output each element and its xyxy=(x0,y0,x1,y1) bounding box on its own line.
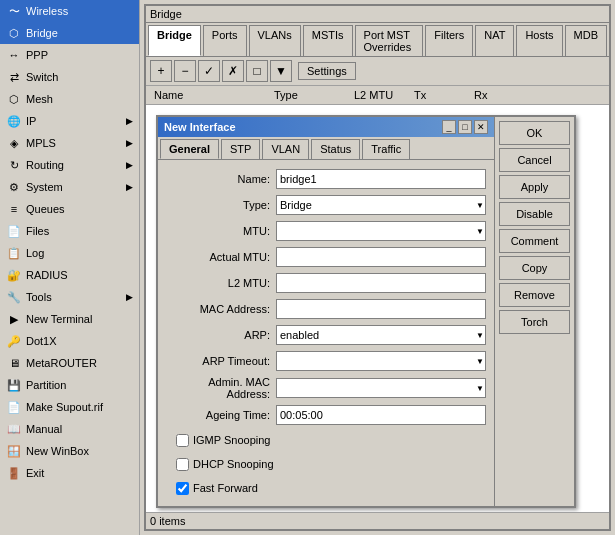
igmp-snooping-label: IGMP Snooping xyxy=(193,434,270,446)
sidebar-item-exit[interactable]: 🚪 Exit xyxy=(0,462,139,484)
arrow-icon: ▶ xyxy=(126,182,133,192)
copy-button[interactable]: □ xyxy=(246,60,268,82)
tab-port-mst[interactable]: Port MST Overrides xyxy=(355,25,424,56)
sidebar-item-dot1x[interactable]: 🔑 Dot1X xyxy=(0,330,139,352)
sidebar-item-metarouter[interactable]: 🖥 MetaROUTER xyxy=(0,352,139,374)
sidebar-item-bridge[interactable]: ⬡ Bridge xyxy=(0,22,139,44)
arp-timeout-select[interactable] xyxy=(276,351,486,371)
sidebar-item-queues[interactable]: ≡ Queues xyxy=(0,198,139,220)
bridge-tabs: Bridge Ports VLANs MSTIs Port MST Overri… xyxy=(146,23,609,57)
actual-mtu-display xyxy=(276,247,486,267)
sidebar-item-mpls[interactable]: ◈ MPLS ▶ xyxy=(0,132,139,154)
sidebar-item-label: Bridge xyxy=(26,27,58,39)
sidebar-item-label: Make Supout.rif xyxy=(26,401,103,413)
tab-ports[interactable]: Ports xyxy=(203,25,247,56)
filter-button[interactable]: ▼ xyxy=(270,60,292,82)
admin-mac-select[interactable] xyxy=(276,378,486,398)
mtu-select-wrap: ▼ xyxy=(276,221,486,241)
mtu-select[interactable] xyxy=(276,221,486,241)
sidebar-item-label: Routing xyxy=(26,159,64,171)
dhcp-snooping-checkbox[interactable] xyxy=(176,458,189,471)
mac-input[interactable] xyxy=(276,299,486,319)
mac-label: MAC Address: xyxy=(166,303,276,315)
dialog-minimize-button[interactable]: _ xyxy=(442,120,456,134)
cancel-button[interactable]: Cancel xyxy=(499,148,570,172)
sidebar-item-ppp[interactable]: ↔ PPP xyxy=(0,44,139,66)
sidebar-item-routing[interactable]: ↻ Routing ▶ xyxy=(0,154,139,176)
tab-bridge[interactable]: Bridge xyxy=(148,25,201,56)
metarouter-icon: 🖥 xyxy=(6,355,22,371)
sidebar-item-terminal[interactable]: ▶ New Terminal xyxy=(0,308,139,330)
tab-vlans[interactable]: VLANs xyxy=(249,25,301,56)
field-row-arp-timeout: ARP Timeout: ▼ xyxy=(166,350,486,372)
torch-button[interactable]: Torch xyxy=(499,310,570,334)
ageing-label: Ageing Time: xyxy=(166,409,276,421)
arp-select[interactable]: enabled disabled proxy-arp xyxy=(276,325,486,345)
sidebar-item-manual[interactable]: 📖 Manual xyxy=(0,418,139,440)
field-row-ageing: Ageing Time: xyxy=(166,404,486,426)
name-input[interactable] xyxy=(276,169,486,189)
fast-forward-label: Fast Forward xyxy=(193,482,258,494)
sidebar-item-winbox[interactable]: 🪟 New WinBox xyxy=(0,440,139,462)
field-row-arp: ARP: enabled disabled proxy-arp ▼ xyxy=(166,324,486,346)
disable-button[interactable]: Disable xyxy=(499,202,570,226)
disable-button[interactable]: ✗ xyxy=(222,60,244,82)
sidebar-item-label: Dot1X xyxy=(26,335,57,347)
sidebar-item-files[interactable]: 📄 Files xyxy=(0,220,139,242)
sidebar-item-partition[interactable]: 💾 Partition xyxy=(0,374,139,396)
queues-icon: ≡ xyxy=(6,201,22,217)
new-interface-dialog: New Interface _ □ ✕ General xyxy=(156,115,576,508)
sidebar-item-mesh[interactable]: ⬡ Mesh xyxy=(0,88,139,110)
type-select[interactable]: Bridge xyxy=(276,195,486,215)
ok-button[interactable]: OK xyxy=(499,121,570,145)
dialog-tab-vlan[interactable]: VLAN xyxy=(262,139,309,159)
tab-mstls[interactable]: MSTIs xyxy=(303,25,353,56)
dialog-overlay: New Interface _ □ ✕ General xyxy=(146,105,609,529)
sidebar-item-label: New WinBox xyxy=(26,445,89,457)
ageing-input[interactable] xyxy=(276,405,486,425)
sidebar-item-ip[interactable]: 🌐 IP ▶ xyxy=(0,110,139,132)
fast-forward-checkbox[interactable] xyxy=(176,482,189,495)
add-button[interactable]: + xyxy=(150,60,172,82)
sidebar-item-log[interactable]: 📋 Log xyxy=(0,242,139,264)
dialog-close-button[interactable]: ✕ xyxy=(474,120,488,134)
actual-mtu-label: Actual MTU: xyxy=(166,251,276,263)
tab-filters[interactable]: Filters xyxy=(425,25,473,56)
field-row-admin-mac: Admin. MAC Address: ▼ xyxy=(166,376,486,400)
sidebar-item-label: Wireless xyxy=(26,5,68,17)
tab-nat[interactable]: NAT xyxy=(475,25,514,56)
sidebar-item-switch[interactable]: ⇄ Switch xyxy=(0,66,139,88)
dhcp-snooping-row: DHCP Snooping xyxy=(166,454,486,474)
sidebar-item-tools[interactable]: 🔧 Tools ▶ xyxy=(0,286,139,308)
column-headers: Name Type L2 MTU Tx Rx xyxy=(146,86,609,105)
remove-button[interactable]: − xyxy=(174,60,196,82)
apply-button[interactable]: Apply xyxy=(499,175,570,199)
tab-mdb[interactable]: MDB xyxy=(565,25,607,56)
dialog-maximize-button[interactable]: □ xyxy=(458,120,472,134)
settings-button[interactable]: Settings xyxy=(298,62,356,80)
sidebar-item-wireless[interactable]: 〜 Wireless xyxy=(0,0,139,22)
comment-button[interactable]: Comment xyxy=(499,229,570,253)
dialog-tab-traffic[interactable]: Traffic xyxy=(362,139,410,159)
igmp-snooping-checkbox[interactable] xyxy=(176,434,189,447)
col-l2mtu: L2 MTU xyxy=(350,88,410,102)
sidebar-item-label: MPLS xyxy=(26,137,56,149)
sidebar-item-system[interactable]: ⚙ System ▶ xyxy=(0,176,139,198)
dialog-main: New Interface _ □ ✕ General xyxy=(158,117,494,506)
dialog-tab-general[interactable]: General xyxy=(160,139,219,159)
tab-hosts[interactable]: Hosts xyxy=(516,25,562,56)
remove-button[interactable]: Remove xyxy=(499,283,570,307)
copy-button[interactable]: Copy xyxy=(499,256,570,280)
dialog-tab-stp[interactable]: STP xyxy=(221,139,260,159)
enable-button[interactable]: ✓ xyxy=(198,60,220,82)
sidebar-item-radius[interactable]: 🔐 RADIUS xyxy=(0,264,139,286)
sidebar-item-label: Exit xyxy=(26,467,44,479)
sidebar-item-label: MetaROUTER xyxy=(26,357,97,369)
switch-icon: ⇄ xyxy=(6,69,22,85)
sidebar-item-label: IP xyxy=(26,115,36,127)
dialog-tab-status[interactable]: Status xyxy=(311,139,360,159)
bridge-title: Bridge xyxy=(146,6,609,23)
sidebar-item-supout[interactable]: 📄 Make Supout.rif xyxy=(0,396,139,418)
dialog-title-bar: New Interface _ □ ✕ xyxy=(158,117,494,137)
main-area: Bridge Bridge Ports VLANs MSTIs Port MST… xyxy=(140,0,615,535)
